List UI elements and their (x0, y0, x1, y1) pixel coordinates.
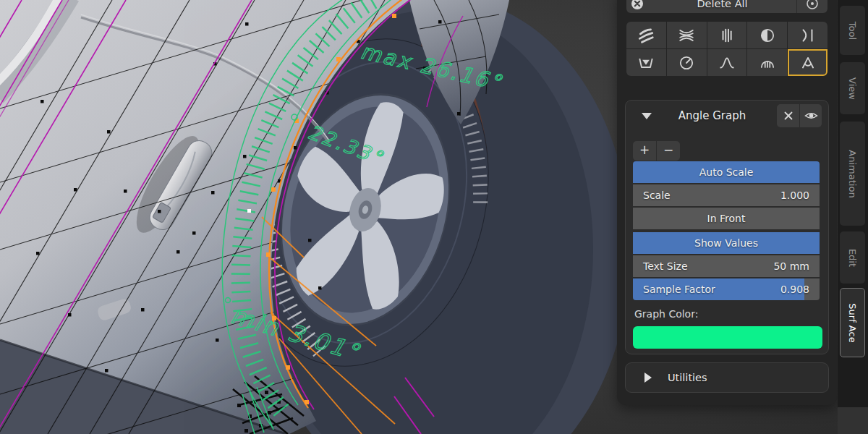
delete-all-button[interactable]: Delete All (626, 0, 827, 13)
falloff-smooth-stripes-icon[interactable] (626, 22, 666, 48)
tab-edit-label: Edit (847, 248, 858, 266)
sample-factor-label: Sample Factor (643, 284, 715, 295)
sidebar-panel: Delete All (617, 0, 837, 405)
scale-label: Scale (643, 190, 671, 201)
active-vertex (247, 209, 251, 213)
x-circle-icon (626, 0, 648, 10)
graph-color-swatch[interactable] (633, 326, 822, 349)
auto-scale-toggle[interactable]: Auto Scale (633, 161, 820, 183)
sidebar-tab-strip: Tool View Animation Edit Surf Ace (838, 0, 868, 434)
scale-value: 1.000 (780, 190, 809, 201)
in-front-label: In Front (707, 213, 746, 224)
in-front-toggle[interactable]: In Front (633, 208, 820, 229)
utilities-panel[interactable]: Utilities (625, 362, 829, 393)
visibility-toggle-button[interactable] (799, 104, 822, 127)
sample-factor-value: 0.908 (780, 284, 809, 295)
falloff-icon-grid (626, 22, 827, 76)
text-size-label: Text Size (643, 260, 688, 272)
tab-animation-label: Animation (847, 150, 858, 197)
falloff-dome-icon[interactable] (747, 49, 787, 76)
sample-factor-slider[interactable]: Sample Factor 0.908 (633, 278, 820, 300)
falloff-clamp-icon[interactable] (788, 22, 827, 48)
add-graph-button[interactable]: + (633, 141, 656, 161)
tab-surf-ace[interactable]: Surf Ace (840, 288, 865, 357)
expand-triangle-icon[interactable] (644, 373, 652, 383)
falloff-angle-icon[interactable] (788, 49, 827, 76)
show-values-label: Show Values (694, 237, 758, 249)
tab-tool[interactable]: Tool (840, 6, 865, 55)
falloff-gauss-icon[interactable] (707, 49, 747, 76)
scale-slider[interactable]: Scale 1.000 (633, 184, 820, 206)
tab-view-label: View (847, 77, 858, 100)
tab-surf-ace-label: Surf Ace (847, 303, 858, 342)
tab-animation[interactable]: Animation (840, 122, 865, 226)
panel-title: Angle Graph (652, 109, 773, 122)
text-size-slider[interactable]: Text Size 50 mm (633, 255, 820, 277)
delete-all-label: Delete All (648, 0, 796, 9)
tab-view[interactable]: View (840, 62, 865, 114)
tab-edit[interactable]: Edit (840, 231, 865, 284)
text-size-value: 50 mm (773, 260, 809, 272)
blender-window: max 26.16° 22.33° min 3.01° Delete All (0, 0, 868, 434)
falloff-half-sphere-icon[interactable] (747, 22, 787, 48)
show-values-toggle[interactable]: Show Values (633, 232, 820, 254)
falloff-pinch-icon[interactable] (667, 22, 707, 48)
angle-graph-panel: Angle Graph (625, 100, 829, 354)
remove-graph-minus-button[interactable]: − (657, 141, 680, 161)
utilities-label: Utilities (668, 372, 707, 383)
auto-scale-label: Auto Scale (699, 166, 754, 178)
tab-strip-bottom (838, 407, 868, 434)
angle-graph-settings: Auto Scale Scale 1.000 In Front Show Val… (633, 161, 820, 302)
tab-tool-label: Tool (847, 21, 858, 39)
repeat-icon[interactable] (797, 0, 827, 10)
angle-graph-header[interactable]: Angle Graph (626, 101, 828, 131)
graph-color-label: Graph Color: (634, 308, 698, 320)
falloff-clock-icon[interactable] (667, 49, 707, 76)
collapse-triangle-icon[interactable] (642, 113, 652, 119)
falloff-lines-icon[interactable] (707, 22, 747, 48)
falloff-v-profile-icon[interactable] (626, 49, 666, 76)
remove-graph-button[interactable] (777, 104, 799, 127)
